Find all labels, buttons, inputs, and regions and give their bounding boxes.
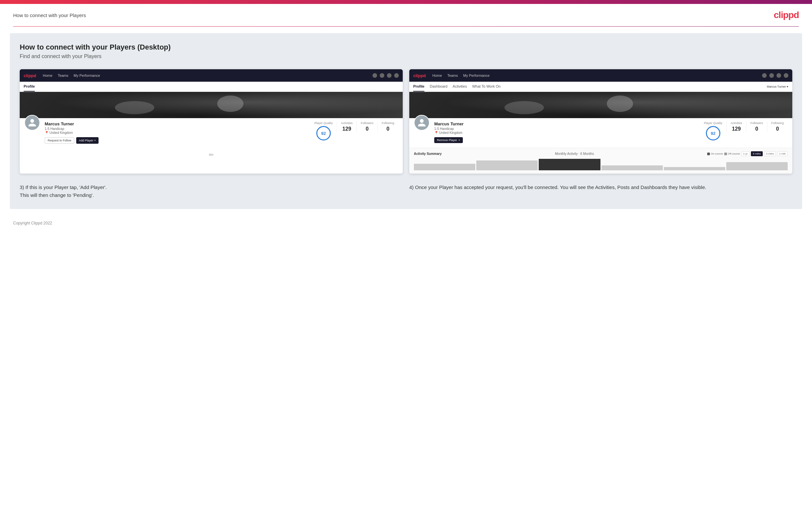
screenshot-left: clippd Home Teams My Performance Profile [20, 69, 403, 174]
copyright-text: Copyright Clippd 2022 [13, 221, 52, 225]
legend-off-course: Off course [724, 152, 740, 155]
description-right: 4) Once your Player has accepted your re… [409, 183, 792, 199]
mock-banner-left [20, 92, 403, 118]
location-left: 📍 United Kingdom [45, 131, 306, 134]
quality-circle-right: 92 [706, 126, 720, 140]
description-left: 3) If this is your Player tap, 'Add Play… [20, 183, 403, 199]
period-3mths-btn[interactable]: 3 mths [764, 151, 776, 156]
header-title: How to connect with your Players [13, 12, 86, 18]
mock-nav-icons-left [372, 73, 399, 78]
tab-activities-right[interactable]: Activities [453, 82, 467, 92]
handicap-right: 1-5 Handicap [434, 127, 695, 130]
avatar-left [24, 115, 40, 130]
activity-period-right: Monthly Activity · 6 Months [555, 152, 594, 156]
remove-player-button-right[interactable]: Remove Player × [434, 137, 463, 143]
mock-browser-left: clippd Home Teams My Performance Profile [20, 69, 403, 161]
stat-following-left: Following 0 [377, 121, 398, 132]
follow-button-left[interactable]: Request to Follow [45, 137, 74, 144]
page-subheading: Find and connect with your Players [20, 54, 792, 59]
description-text-left: 3) If this is your Player tap, 'Add Play… [20, 183, 403, 199]
mock-logo-left: clippd [23, 73, 36, 78]
mock-nav-home-right: Home [432, 73, 442, 77]
footer: Copyright Clippd 2022 [0, 216, 812, 231]
tab-profile-right[interactable]: Profile [413, 82, 424, 92]
action-buttons-right: Remove Player × [434, 137, 695, 143]
stats-right: Player Quality 92 Activities 129 Followe… [700, 121, 788, 140]
chart-bar-2 [476, 161, 538, 170]
stat-followers-left: Followers 0 [356, 121, 377, 132]
avatar-right [414, 115, 429, 130]
mock-nav-teams-left: Teams [58, 73, 68, 77]
stats-left: Player Quality 92 Activities 129 Followe… [310, 121, 398, 140]
search-icon-right [762, 73, 767, 78]
screenshots-row: clippd Home Teams My Performance Profile [20, 69, 792, 174]
scroll-icon-left: ✏ [209, 151, 214, 159]
activity-summary-right: Activity Summary Monthly Activity · 6 Mo… [409, 148, 792, 174]
chart-bar-6 [726, 162, 788, 170]
activity-title-right: Activity Summary [414, 152, 442, 156]
legend-on-course: On course [707, 152, 723, 155]
scroll-indicator-left: ✏ [20, 148, 403, 161]
mock-nav-myperformance-right: My Performance [463, 73, 490, 77]
tab-dashboard-right[interactable]: Dashboard [429, 82, 447, 92]
stat-quality-right: Player Quality 92 [700, 121, 726, 140]
mock-nav-icons-right [762, 73, 789, 78]
clippd-logo: clippd [774, 10, 799, 20]
profile-info-left: Marcus Turner 1-5 Handicap 📍 United King… [45, 121, 306, 144]
activity-controls-right: On course Off course 1 yr 6 mths 3 mths … [707, 151, 788, 156]
user-icon [380, 73, 384, 78]
tab-whattoworkon-right[interactable]: What To Work On [472, 82, 500, 92]
main-content: How to connect with your Players (Deskto… [10, 33, 802, 209]
period-6mths-btn[interactable]: 6 mths [751, 151, 763, 156]
period-1mth-btn[interactable]: 1 mth [777, 151, 788, 156]
player-name-right: Marcus Turner [434, 121, 695, 126]
descriptions-row: 3) If this is your Player tap, 'Add Play… [20, 183, 792, 199]
chart-bar-3 [539, 159, 600, 170]
chart-bar-1 [414, 164, 475, 170]
activity-header-right: Activity Summary Monthly Activity · 6 Mo… [414, 151, 788, 156]
globe-icon-right [784, 73, 789, 78]
stat-followers-right: Followers 0 [746, 121, 767, 132]
screenshot-right: clippd Home Teams My Performance Profile [409, 69, 792, 174]
header-divider [13, 26, 799, 26]
settings-icon [387, 73, 392, 78]
svg-point-2 [607, 96, 633, 112]
stat-quality-left: Player Quality 92 [310, 121, 337, 140]
mock-tabs-right: Profile Dashboard Activities What To Wor… [409, 82, 792, 92]
player-dropdown-right[interactable]: Marcus Turner ▾ [767, 85, 789, 88]
stat-activities-left: Activities 129 [337, 121, 357, 132]
quality-circle-left: 92 [316, 126, 331, 140]
globe-icon [394, 73, 399, 78]
mock-logo-right: clippd [413, 73, 426, 78]
mock-profile-section-right: Marcus Turner 1-5 Handicap 📍 United King… [409, 118, 792, 148]
mock-nav-left: clippd Home Teams My Performance [20, 69, 403, 82]
mock-nav-home-left: Home [43, 73, 52, 77]
activity-chart-right [414, 159, 788, 170]
mock-browser-right: clippd Home Teams My Performance Profile [409, 69, 792, 174]
svg-point-1 [115, 101, 154, 114]
location-right: 📍 United Kingdom [434, 131, 695, 134]
settings-icon-right [776, 73, 781, 78]
add-player-button-left[interactable]: Add Player + [76, 137, 99, 144]
profile-info-right: Marcus Turner 1-5 Handicap 📍 United King… [434, 121, 695, 143]
legend-dot-off-course [724, 153, 727, 155]
tab-profile-left[interactable]: Profile [23, 82, 35, 92]
stat-following-right: Following 0 [767, 121, 788, 132]
top-bar [0, 0, 812, 4]
svg-point-0 [217, 96, 243, 112]
action-buttons-left: Request to Follow Add Player + [45, 137, 306, 144]
mock-banner-right [409, 92, 792, 118]
mock-nav-right: clippd Home Teams My Performance [409, 69, 792, 82]
chart-bar-4 [601, 165, 663, 170]
mock-tabs-left: Profile [20, 82, 403, 92]
mock-nav-teams-right: Teams [447, 73, 458, 77]
stat-activities-right: Activities 129 [726, 121, 746, 132]
svg-point-3 [505, 101, 544, 114]
search-icon [372, 73, 377, 78]
mock-nav-myperformance-left: My Performance [73, 73, 100, 77]
period-1yr-btn[interactable]: 1 yr [742, 151, 750, 156]
page-heading: How to connect with your Players (Deskto… [20, 43, 792, 52]
chart-bar-5 [664, 167, 725, 170]
mock-profile-section-left: Marcus Turner 1-5 Handicap 📍 United King… [20, 118, 403, 148]
user-icon-right [769, 73, 774, 78]
